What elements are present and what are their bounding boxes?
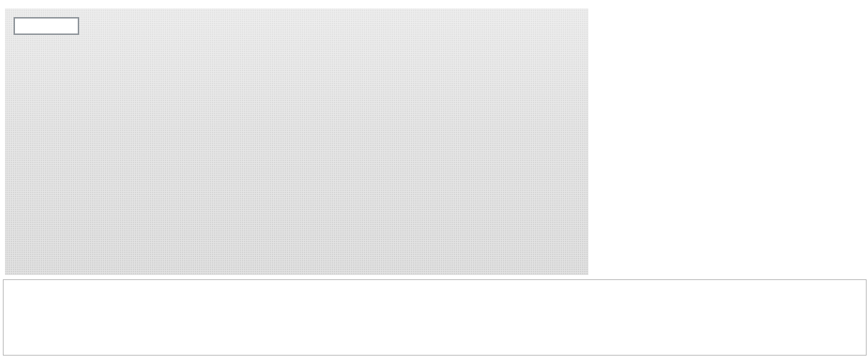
app-window: { "viewport": { "zone_label": "Zone A", … bbox=[0, 0, 868, 357]
zone-annotation-label bbox=[14, 17, 79, 35]
grid-model-3d bbox=[5, 9, 588, 275]
zone-klayers-table bbox=[3, 279, 867, 356]
3d-viewport[interactable] bbox=[5, 9, 588, 275]
